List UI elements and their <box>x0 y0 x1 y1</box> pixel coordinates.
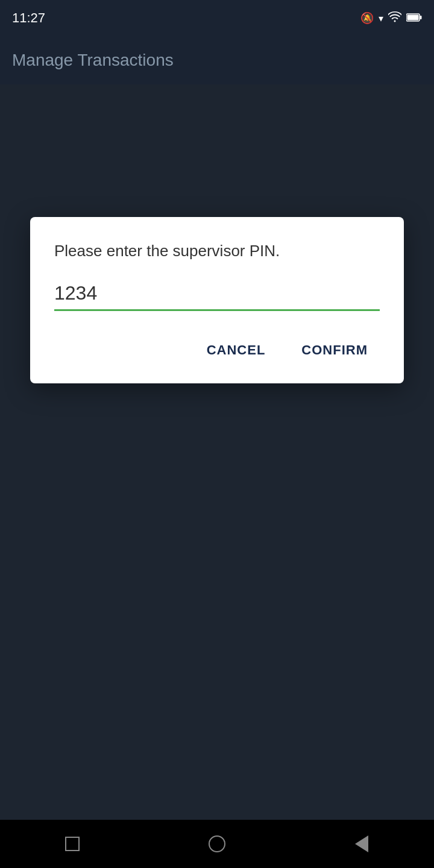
pin-input[interactable] <box>54 280 380 307</box>
recent-apps-button[interactable] <box>57 829 87 859</box>
dialog-overlay: Please enter the supervisor PIN. CANCEL … <box>0 84 434 820</box>
wifi-icon <box>388 11 401 25</box>
signal-icon: ▾ <box>379 13 383 24</box>
triangle-icon <box>355 835 368 852</box>
header: Manage Transactions <box>0 36 434 84</box>
back-button[interactable] <box>347 829 377 859</box>
status-time: 11:27 <box>12 10 45 26</box>
nav-bar <box>0 820 434 868</box>
battery-icon <box>406 12 422 25</box>
pin-dialog: Please enter the supervisor PIN. CANCEL … <box>30 217 404 383</box>
svg-rect-2 <box>420 16 422 19</box>
home-button[interactable] <box>202 829 232 859</box>
circle-icon <box>209 835 225 852</box>
cancel-button[interactable]: CANCEL <box>195 335 278 365</box>
dialog-message: Please enter the supervisor PIN. <box>54 241 380 262</box>
status-bar: 11:27 🔕 ▾ <box>0 0 434 36</box>
svg-rect-1 <box>407 14 419 20</box>
confirm-button[interactable]: CONFIRM <box>289 335 380 365</box>
bell-muted-icon: 🔕 <box>360 11 374 25</box>
status-icons: 🔕 ▾ <box>360 11 422 25</box>
square-icon <box>65 837 80 851</box>
main-content: Please enter the supervisor PIN. CANCEL … <box>0 84 434 820</box>
dialog-actions: CANCEL CONFIRM <box>54 335 380 365</box>
pin-input-container[interactable] <box>54 280 380 311</box>
page-title: Manage Transactions <box>12 51 174 70</box>
